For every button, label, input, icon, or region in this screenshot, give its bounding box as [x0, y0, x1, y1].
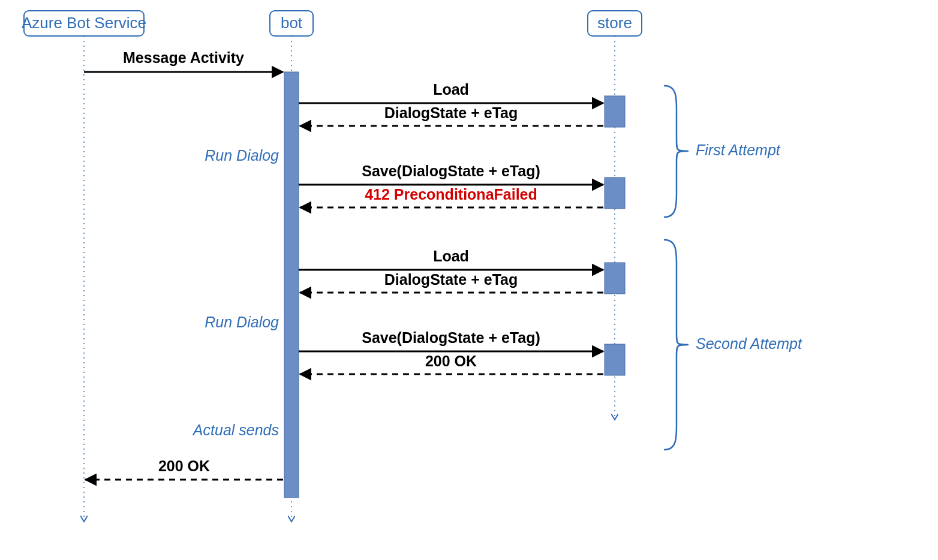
msg-200-ok-save-label: 200 OK [425, 353, 477, 369]
store-activation-1 [605, 96, 625, 127]
participant-azure-label: Azure Bot Service [22, 14, 146, 32]
msg-dialogstate-1-label: DialogState + eTag [384, 104, 518, 121]
svg-rect-4 [284, 72, 299, 498]
msg-save-2: Save(DialogState + eTag) [299, 329, 603, 351]
msg-412: 412 PreconditionaFailed [300, 186, 603, 207]
participant-store-label: store [597, 14, 632, 32]
store-activation-4 [605, 344, 625, 375]
msg-dialogstate-2: DialogState + eTag [300, 271, 603, 293]
msg-dialogstate-1: DialogState + eTag [300, 104, 603, 126]
sequence-diagram: Azure Bot Service bot store Message Acti… [0, 0, 938, 560]
msg-save-2-label: Save(DialogState + eTag) [362, 329, 540, 346]
msg-load-1: Load [299, 81, 603, 103]
store-activation-2 [605, 177, 625, 209]
msg-save-1: Save(DialogState + eTag) [299, 162, 603, 185]
participant-bot-label: bot [281, 14, 303, 32]
note-run-dialog-2: Run Dialog [205, 314, 279, 330]
msg-200-ok-save: 200 OK [300, 353, 603, 374]
store-activation-3 [605, 263, 625, 294]
msg-message-activity-label: Message Activity [123, 49, 244, 66]
msg-message-activity: Message Activity [84, 49, 283, 72]
msg-load-2-label: Load [433, 248, 469, 264]
msg-load-1-label: Load [433, 81, 469, 98]
msg-200-ok-final: 200 OK [85, 457, 283, 480]
participant-azure: Azure Bot Service [22, 11, 146, 522]
msg-save-1-label: Save(DialogState + eTag) [362, 162, 540, 179]
msg-200-ok-final-label: 200 OK [158, 457, 210, 474]
brace-second-label: Second Attempt [696, 335, 802, 352]
msg-dialogstate-2-label: DialogState + eTag [384, 271, 518, 288]
participant-bot: bot [270, 11, 313, 522]
note-actual-sends: Actual sends [192, 421, 279, 438]
brace-first-label: First Attempt [696, 141, 781, 158]
brace-second-attempt: Second Attempt [665, 240, 802, 450]
msg-load-2: Load [299, 248, 603, 270]
msg-412-label: 412 PreconditionaFailed [365, 186, 537, 203]
note-run-dialog-1: Run Dialog [205, 147, 279, 164]
brace-first-attempt: First Attempt [665, 86, 781, 217]
